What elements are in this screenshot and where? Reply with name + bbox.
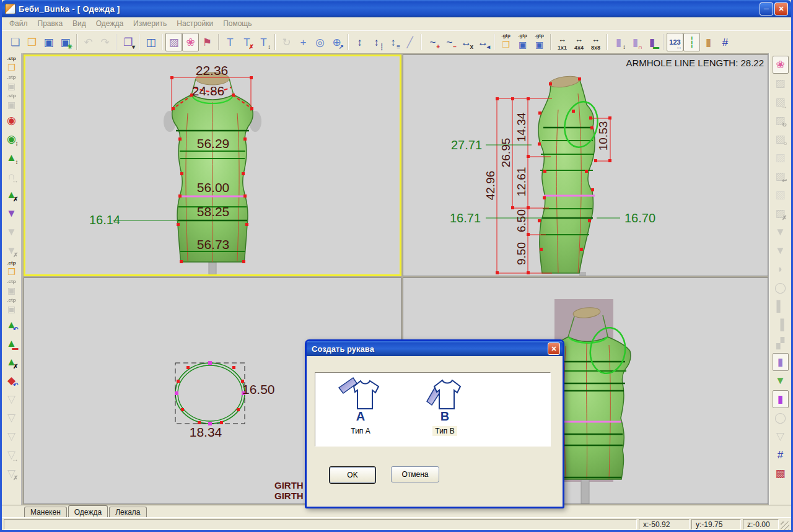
- measure-dashed-button[interactable]: ↕┊: [368, 33, 385, 51]
- torso-side-view-a-icon: ▌: [776, 301, 784, 312]
- save-project-button[interactable]: ▣✳: [57, 33, 74, 51]
- move-point-x-button[interactable]: ↔x: [458, 33, 475, 51]
- view-pages-button[interactable]: ❐▾: [120, 33, 136, 51]
- dialog-title-bar[interactable]: Создать рукава ✕: [307, 341, 563, 356]
- fade-image-button: ▧: [773, 186, 789, 204]
- zoom-extents-button[interactable]: ⊕↗: [328, 33, 345, 51]
- zoom-image-button: ▨○: [773, 130, 789, 148]
- gtp-save-button[interactable]: .gtp▣: [514, 33, 531, 51]
- mannequin-height-button[interactable]: ▮↕: [610, 33, 627, 51]
- right-tool-strip: ❀▨▨→▨↻▨○▨▨↩▧▨✗▼▼◗◯▌▐▞▮▼▮◯▽#▩: [768, 53, 791, 505]
- resize-grip[interactable]: [781, 521, 789, 530]
- mannequin-image-icon: ▨: [169, 37, 178, 48]
- delete-garment-button[interactable]: T✗: [239, 33, 255, 51]
- tab-clothing[interactable]: Одежда: [68, 505, 108, 517]
- menu-item-3[interactable]: Одежда: [91, 18, 128, 29]
- armhole-circle-button[interactable]: ◉: [4, 111, 20, 129]
- gtp-save-label: .gtp: [515, 33, 530, 38]
- grid-snap-icon: #: [722, 37, 728, 48]
- ok-button[interactable]: OK: [330, 467, 375, 483]
- sleeve-type-a-option[interactable]: A Тип A: [338, 377, 383, 436]
- minimize-button[interactable]: ─: [760, 2, 773, 15]
- close-button[interactable]: ✕: [774, 2, 788, 15]
- grid-tool-button[interactable]: #: [773, 446, 789, 464]
- ruler-button[interactable]: ╱: [401, 33, 418, 51]
- measure-vertical-icon: ↕: [357, 37, 362, 48]
- save-project-overlay-icon: ✳: [68, 44, 72, 50]
- cancel-button[interactable]: Отмена: [391, 466, 439, 482]
- torso-garment-button[interactable]: ▼: [773, 372, 789, 390]
- measure-double-button[interactable]: ↕≡: [385, 33, 401, 51]
- resize-garment-button[interactable]: T↕: [255, 33, 272, 51]
- viewport-side[interactable]: ARMHOLE LINE LENGTH: 28.22 14.34 26.95 4…: [403, 55, 768, 276]
- collar-type-a-button: ▽: [4, 390, 20, 408]
- grid-4x4-label: 4x4: [571, 45, 587, 51]
- bodice-sleeves-button[interactable]: ▼: [4, 204, 20, 222]
- create-garment-button[interactable]: T: [222, 33, 239, 51]
- stp-save-all-label: .stp: [4, 93, 19, 98]
- grid-4x4-button[interactable]: 4x4↔: [571, 33, 587, 51]
- new-file-button[interactable]: ❏: [7, 33, 24, 51]
- flip-image-overlay-icon: ↩: [782, 178, 787, 184]
- mannequin-image-button[interactable]: ▨: [165, 33, 182, 51]
- delete-bodice-button: ▼✗: [4, 242, 20, 259]
- toolbar-separator: [348, 34, 349, 50]
- mannequin-shoulders-button[interactable]: ▮∩: [627, 33, 644, 51]
- pan-view-button[interactable]: +: [295, 33, 312, 51]
- curve-delete-point-button[interactable]: ~−: [441, 33, 458, 51]
- menu-item-5[interactable]: Настройки: [172, 18, 218, 29]
- measure-side-16-71: 16.71: [447, 212, 484, 224]
- grid-8x8-button[interactable]: 8x8↔: [587, 33, 604, 51]
- menu-item-1[interactable]: Правка: [33, 18, 68, 29]
- menu-item-2[interactable]: Вид: [68, 18, 91, 29]
- menu-item-0[interactable]: Файл: [4, 18, 33, 29]
- torso-curve-dashed-button[interactable]: ┆: [683, 33, 700, 51]
- delete-skirt-button[interactable]: ▲✗: [4, 353, 20, 371]
- tab-mannequin[interactable]: Манекен: [24, 507, 67, 517]
- garment-surface-button[interactable]: ▮: [773, 390, 789, 408]
- viewport-front[interactable]: 22.36 24.86 56.29 56.00 58.25 56.73 16.1…: [24, 55, 401, 276]
- gtp-open-icon: ❒: [502, 40, 510, 49]
- window-layout-button[interactable]: ◫: [142, 33, 159, 51]
- align-point-button[interactable]: ↔◂: [475, 33, 491, 51]
- save-file-button[interactable]: ▣: [40, 33, 57, 51]
- menu-item-6[interactable]: Помощь: [218, 18, 256, 29]
- ctp-open-button[interactable]: .ctp❒: [4, 260, 20, 278]
- skirt-rotate-button[interactable]: ▲↶: [4, 316, 20, 334]
- delete-armhole-button[interactable]: ▲✗: [4, 186, 20, 204]
- pattern-piece-button[interactable]: ▩: [773, 464, 789, 482]
- measure-123-button[interactable]: 123↔: [667, 33, 683, 51]
- mannequin-sections-button[interactable]: ▮▬: [644, 33, 660, 51]
- torso-back-view-icon: ▼: [775, 245, 786, 256]
- sleeve-type-b-option[interactable]: B Тип B: [422, 377, 468, 436]
- grid-1x1-button[interactable]: 1x1↔: [554, 33, 571, 51]
- open-file-button[interactable]: ❒: [24, 33, 40, 51]
- garment-surface-icon: ▮: [778, 394, 783, 404]
- armhole-points-button[interactable]: ▲↕: [4, 149, 20, 167]
- texture-flag-button[interactable]: ⚑: [199, 33, 216, 51]
- gtp-save-all-button[interactable]: .gtp▣: [531, 33, 548, 51]
- gtp-open-button[interactable]: .gtp❒: [497, 33, 514, 51]
- insert-image-button[interactable]: ❀: [773, 56, 789, 74]
- dart-rotate-button[interactable]: ◆↶: [4, 372, 20, 390]
- menu-item-4[interactable]: Измерить: [128, 18, 172, 29]
- status-message-panel: [4, 519, 637, 530]
- skirt-band-button[interactable]: ▲▬: [4, 334, 20, 352]
- sleeve-type-a-letter: A: [338, 410, 383, 422]
- mannequin-body-button[interactable]: ▮: [700, 33, 717, 51]
- toolbar-separator: [663, 34, 664, 50]
- flower-image-button[interactable]: ❀: [182, 33, 199, 51]
- zoom-window-button[interactable]: ◎: [312, 33, 328, 51]
- dialog-close-button[interactable]: ✕: [548, 342, 560, 355]
- torso-three-quarter-view-button: ▞: [773, 334, 789, 352]
- tab-patterns[interactable]: Лекала: [109, 507, 146, 517]
- collar-type-c-icon: ▽: [7, 431, 15, 442]
- window-layout-icon: ◫: [146, 37, 156, 48]
- grid-snap-button[interactable]: #: [717, 33, 734, 51]
- mannequin-stand-button[interactable]: ▮: [773, 353, 789, 371]
- armhole-height-button[interactable]: ◉↕: [4, 130, 20, 148]
- measure-side-27-71: 27.71: [448, 139, 485, 151]
- curve-add-point-button[interactable]: ~+: [424, 33, 441, 51]
- measure-vertical-button[interactable]: ↕: [351, 33, 368, 51]
- stp-open-button[interactable]: .stp❒: [4, 56, 20, 74]
